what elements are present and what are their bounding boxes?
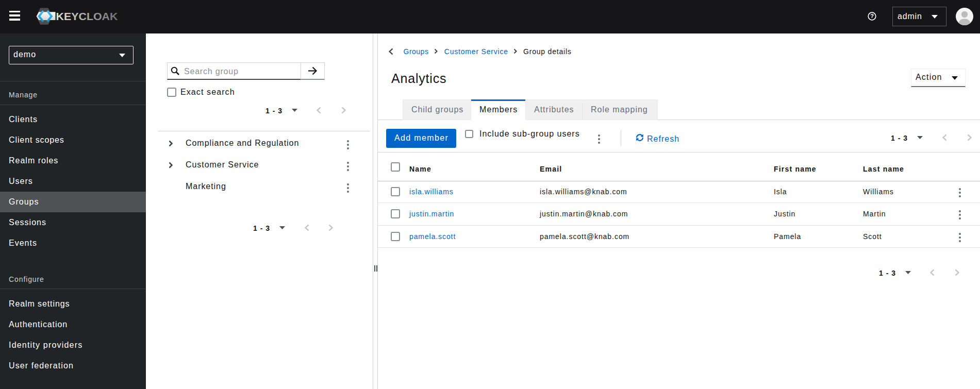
svg-text:KEYCLOAK: KEYCLOAK [56,10,118,22]
svg-text:?: ? [870,13,874,19]
